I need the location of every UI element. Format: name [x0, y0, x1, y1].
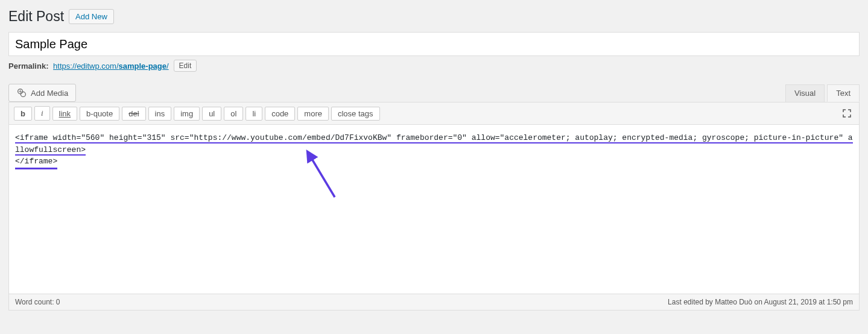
word-count: Word count: 0: [15, 298, 60, 306]
fullscreen-button[interactable]: [840, 106, 854, 122]
code-line-1: <iframe width="560" height="315" src="ht…: [15, 133, 853, 156]
add-media-label: Add Media: [31, 89, 68, 98]
permalink-base: https://editwp.com/: [53, 61, 118, 71]
fullscreen-icon: [842, 109, 852, 118]
add-media-button[interactable]: Add Media: [8, 84, 76, 102]
post-title-input[interactable]: [8, 32, 860, 56]
qt-italic-button[interactable]: i: [34, 106, 50, 121]
code-line-2: </iframe>: [15, 156, 57, 169]
status-bar: Word count: 0 Last edited by Matteo Duò …: [8, 294, 860, 310]
permalink-row: Permalink: https://editwp.com/sample-pag…: [8, 60, 860, 72]
permalink-link[interactable]: https://editwp.com/sample-page/: [53, 61, 169, 71]
qt-code-button[interactable]: code: [265, 107, 295, 121]
permalink-slug: sample-page: [119, 61, 166, 71]
editor-textarea[interactable]: <iframe width="560" height="315" src="ht…: [9, 125, 859, 294]
permalink-label: Permalink:: [8, 61, 48, 71]
qt-ol-button[interactable]: ol: [224, 107, 243, 121]
svg-point-1: [21, 92, 25, 96]
page-heading: Edit Post: [8, 8, 64, 25]
tab-text[interactable]: Text: [827, 84, 860, 102]
editor-wrap: b i link b-quote del ins img ul ol li co…: [8, 102, 860, 294]
quicktags-toolbar: b i link b-quote del ins img ul ol li co…: [9, 102, 859, 125]
media-icon: [16, 88, 27, 98]
edit-slug-button[interactable]: Edit: [174, 60, 197, 72]
tab-visual[interactable]: Visual: [785, 84, 825, 102]
editor-tabs: Visual Text: [783, 84, 860, 102]
qt-bquote-button[interactable]: b-quote: [80, 107, 119, 121]
qt-ins-button[interactable]: ins: [148, 107, 172, 121]
qt-li-button[interactable]: li: [246, 107, 262, 121]
permalink-trail: /: [166, 61, 169, 71]
qt-link-button[interactable]: link: [52, 107, 78, 121]
qt-close-button[interactable]: close tags: [331, 107, 380, 121]
editor-code-text: <iframe width="560" height="315" src="ht…: [15, 132, 853, 169]
qt-bold-button[interactable]: b: [14, 107, 32, 121]
qt-del-button[interactable]: del: [122, 107, 145, 121]
qt-ul-button[interactable]: ul: [202, 107, 221, 121]
last-edited: Last edited by Matteo Duò on August 21, …: [668, 298, 853, 306]
add-new-button[interactable]: Add New: [69, 9, 114, 24]
qt-img-button[interactable]: img: [174, 107, 200, 121]
qt-more-button[interactable]: more: [297, 107, 329, 121]
